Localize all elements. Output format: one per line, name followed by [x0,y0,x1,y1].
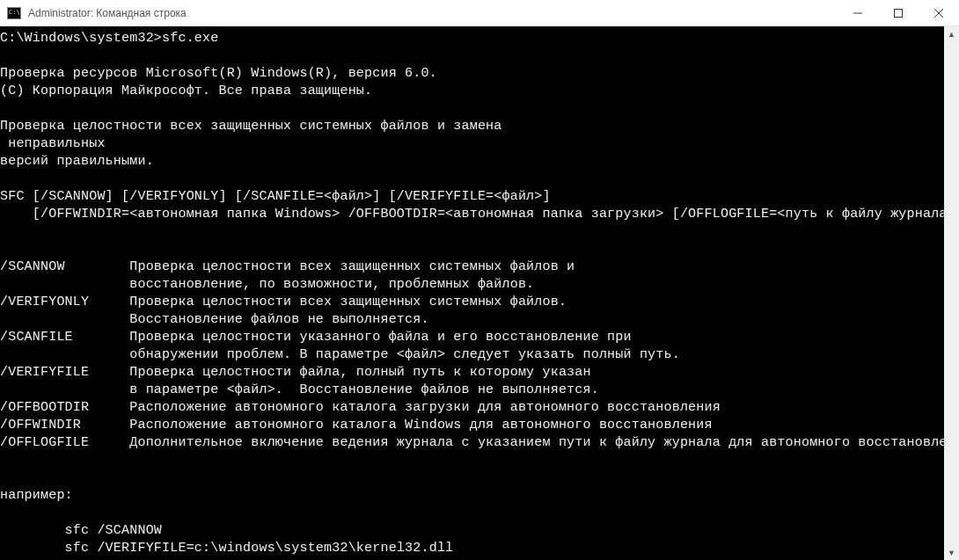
minimize-button[interactable] [838,0,878,25]
scroll-track[interactable] [944,41,959,545]
terminal-output[interactable]: C:\Windows\system32>sfc.exe Проверка рес… [0,26,944,560]
maximize-icon [894,9,903,18]
svg-rect-1 [895,9,903,17]
maximize-button[interactable] [878,0,919,25]
vertical-scrollbar[interactable]: ▲ ▼ [944,26,959,560]
terminal-area: C:\Windows\system32>sfc.exe Проверка рес… [0,26,959,560]
scroll-down-button[interactable]: ▼ [944,545,959,560]
cmd-icon [7,7,21,19]
close-button[interactable] [919,0,959,25]
close-icon [934,9,943,18]
window-titlebar: Administrator: Командная строка [0,0,959,26]
scroll-up-button[interactable]: ▲ [944,26,959,41]
window-title: Administrator: Командная строка [28,7,838,19]
window-controls [838,0,959,25]
minimize-icon [853,9,862,18]
